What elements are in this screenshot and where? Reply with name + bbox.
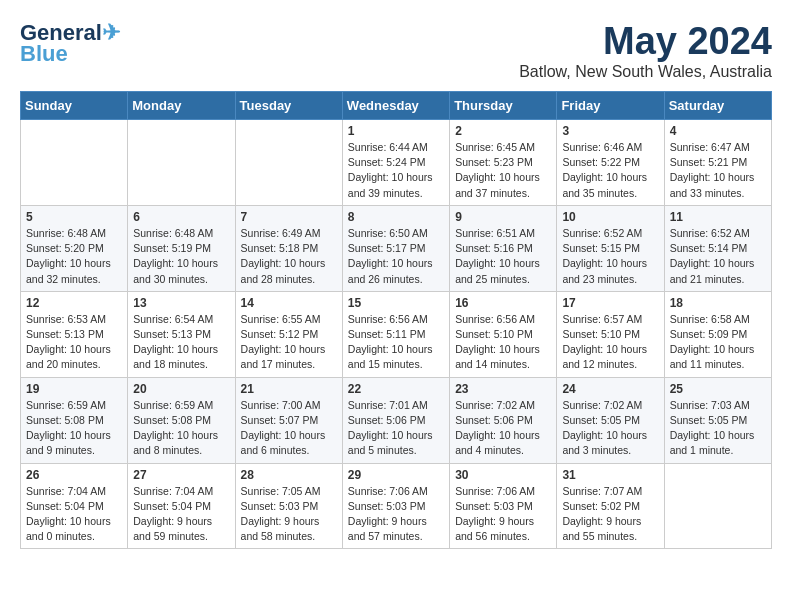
- day-info: Sunrise: 6:47 AM Sunset: 5:21 PM Dayligh…: [670, 140, 766, 201]
- calendar-cell: 17Sunrise: 6:57 AM Sunset: 5:10 PM Dayli…: [557, 291, 664, 377]
- day-info: Sunrise: 6:51 AM Sunset: 5:16 PM Dayligh…: [455, 226, 551, 287]
- location-title: Batlow, New South Wales, Australia: [519, 63, 772, 81]
- day-info: Sunrise: 6:52 AM Sunset: 5:15 PM Dayligh…: [562, 226, 658, 287]
- day-number: 12: [26, 296, 122, 310]
- calendar-cell: 6Sunrise: 6:48 AM Sunset: 5:19 PM Daylig…: [128, 205, 235, 291]
- day-number: 13: [133, 296, 229, 310]
- day-number: 8: [348, 210, 444, 224]
- calendar-cell: 13Sunrise: 6:54 AM Sunset: 5:13 PM Dayli…: [128, 291, 235, 377]
- day-number: 30: [455, 468, 551, 482]
- day-info: Sunrise: 6:57 AM Sunset: 5:10 PM Dayligh…: [562, 312, 658, 373]
- calendar-cell: 24Sunrise: 7:02 AM Sunset: 5:05 PM Dayli…: [557, 377, 664, 463]
- day-info: Sunrise: 6:52 AM Sunset: 5:14 PM Dayligh…: [670, 226, 766, 287]
- calendar-cell: 27Sunrise: 7:04 AM Sunset: 5:04 PM Dayli…: [128, 463, 235, 549]
- calendar-body: 1Sunrise: 6:44 AM Sunset: 5:24 PM Daylig…: [21, 120, 772, 549]
- day-number: 22: [348, 382, 444, 396]
- day-number: 17: [562, 296, 658, 310]
- calendar-cell: 15Sunrise: 6:56 AM Sunset: 5:11 PM Dayli…: [342, 291, 449, 377]
- day-number: 1: [348, 124, 444, 138]
- day-number: 21: [241, 382, 337, 396]
- logo: General✈ Blue: [20, 20, 120, 64]
- day-number: 20: [133, 382, 229, 396]
- weekday-header-cell: Wednesday: [342, 92, 449, 120]
- weekday-header-cell: Saturday: [664, 92, 771, 120]
- day-number: 7: [241, 210, 337, 224]
- day-info: Sunrise: 6:55 AM Sunset: 5:12 PM Dayligh…: [241, 312, 337, 373]
- calendar-cell: 8Sunrise: 6:50 AM Sunset: 5:17 PM Daylig…: [342, 205, 449, 291]
- day-number: 16: [455, 296, 551, 310]
- day-number: 9: [455, 210, 551, 224]
- calendar-cell: 26Sunrise: 7:04 AM Sunset: 5:04 PM Dayli…: [21, 463, 128, 549]
- day-number: 26: [26, 468, 122, 482]
- calendar-week-row: 26Sunrise: 7:04 AM Sunset: 5:04 PM Dayli…: [21, 463, 772, 549]
- day-info: Sunrise: 7:03 AM Sunset: 5:05 PM Dayligh…: [670, 398, 766, 459]
- calendar-cell: 3Sunrise: 6:46 AM Sunset: 5:22 PM Daylig…: [557, 120, 664, 206]
- calendar-cell: 5Sunrise: 6:48 AM Sunset: 5:20 PM Daylig…: [21, 205, 128, 291]
- day-info: Sunrise: 7:02 AM Sunset: 5:05 PM Dayligh…: [562, 398, 658, 459]
- page-header: General✈ Blue May 2024 Batlow, New South…: [20, 20, 772, 81]
- day-number: 27: [133, 468, 229, 482]
- calendar-week-row: 12Sunrise: 6:53 AM Sunset: 5:13 PM Dayli…: [21, 291, 772, 377]
- day-number: 14: [241, 296, 337, 310]
- day-number: 31: [562, 468, 658, 482]
- day-number: 5: [26, 210, 122, 224]
- calendar-cell: 14Sunrise: 6:55 AM Sunset: 5:12 PM Dayli…: [235, 291, 342, 377]
- day-info: Sunrise: 7:00 AM Sunset: 5:07 PM Dayligh…: [241, 398, 337, 459]
- calendar-cell: 22Sunrise: 7:01 AM Sunset: 5:06 PM Dayli…: [342, 377, 449, 463]
- day-info: Sunrise: 7:06 AM Sunset: 5:03 PM Dayligh…: [348, 484, 444, 545]
- day-info: Sunrise: 7:06 AM Sunset: 5:03 PM Dayligh…: [455, 484, 551, 545]
- day-info: Sunrise: 6:45 AM Sunset: 5:23 PM Dayligh…: [455, 140, 551, 201]
- weekday-header-cell: Monday: [128, 92, 235, 120]
- calendar-cell: 7Sunrise: 6:49 AM Sunset: 5:18 PM Daylig…: [235, 205, 342, 291]
- calendar-cell: 19Sunrise: 6:59 AM Sunset: 5:08 PM Dayli…: [21, 377, 128, 463]
- calendar-cell: 28Sunrise: 7:05 AM Sunset: 5:03 PM Dayli…: [235, 463, 342, 549]
- day-info: Sunrise: 6:46 AM Sunset: 5:22 PM Dayligh…: [562, 140, 658, 201]
- day-number: 29: [348, 468, 444, 482]
- day-info: Sunrise: 6:56 AM Sunset: 5:10 PM Dayligh…: [455, 312, 551, 373]
- calendar-cell: [664, 463, 771, 549]
- calendar-cell: 23Sunrise: 7:02 AM Sunset: 5:06 PM Dayli…: [450, 377, 557, 463]
- day-number: 15: [348, 296, 444, 310]
- day-number: 23: [455, 382, 551, 396]
- day-info: Sunrise: 6:48 AM Sunset: 5:20 PM Dayligh…: [26, 226, 122, 287]
- day-info: Sunrise: 6:54 AM Sunset: 5:13 PM Dayligh…: [133, 312, 229, 373]
- day-info: Sunrise: 7:07 AM Sunset: 5:02 PM Dayligh…: [562, 484, 658, 545]
- day-info: Sunrise: 6:59 AM Sunset: 5:08 PM Dayligh…: [26, 398, 122, 459]
- calendar-cell: [235, 120, 342, 206]
- day-number: 28: [241, 468, 337, 482]
- calendar-cell: 16Sunrise: 6:56 AM Sunset: 5:10 PM Dayli…: [450, 291, 557, 377]
- day-info: Sunrise: 7:04 AM Sunset: 5:04 PM Dayligh…: [133, 484, 229, 545]
- weekday-header-cell: Sunday: [21, 92, 128, 120]
- day-info: Sunrise: 6:59 AM Sunset: 5:08 PM Dayligh…: [133, 398, 229, 459]
- day-info: Sunrise: 6:56 AM Sunset: 5:11 PM Dayligh…: [348, 312, 444, 373]
- calendar-cell: 31Sunrise: 7:07 AM Sunset: 5:02 PM Dayli…: [557, 463, 664, 549]
- calendar-cell: 2Sunrise: 6:45 AM Sunset: 5:23 PM Daylig…: [450, 120, 557, 206]
- calendar-cell: [128, 120, 235, 206]
- title-block: May 2024 Batlow, New South Wales, Austra…: [519, 20, 772, 81]
- day-info: Sunrise: 6:58 AM Sunset: 5:09 PM Dayligh…: [670, 312, 766, 373]
- day-number: 4: [670, 124, 766, 138]
- calendar-cell: 29Sunrise: 7:06 AM Sunset: 5:03 PM Dayli…: [342, 463, 449, 549]
- day-info: Sunrise: 7:01 AM Sunset: 5:06 PM Dayligh…: [348, 398, 444, 459]
- calendar-cell: 20Sunrise: 6:59 AM Sunset: 5:08 PM Dayli…: [128, 377, 235, 463]
- calendar-cell: 9Sunrise: 6:51 AM Sunset: 5:16 PM Daylig…: [450, 205, 557, 291]
- calendar-week-row: 19Sunrise: 6:59 AM Sunset: 5:08 PM Dayli…: [21, 377, 772, 463]
- month-title: May 2024: [519, 20, 772, 63]
- calendar-cell: 12Sunrise: 6:53 AM Sunset: 5:13 PM Dayli…: [21, 291, 128, 377]
- weekday-header-cell: Tuesday: [235, 92, 342, 120]
- calendar-cell: 21Sunrise: 7:00 AM Sunset: 5:07 PM Dayli…: [235, 377, 342, 463]
- calendar-cell: [21, 120, 128, 206]
- day-number: 24: [562, 382, 658, 396]
- day-info: Sunrise: 6:53 AM Sunset: 5:13 PM Dayligh…: [26, 312, 122, 373]
- day-number: 2: [455, 124, 551, 138]
- calendar-cell: 1Sunrise: 6:44 AM Sunset: 5:24 PM Daylig…: [342, 120, 449, 206]
- day-number: 11: [670, 210, 766, 224]
- day-info: Sunrise: 6:50 AM Sunset: 5:17 PM Dayligh…: [348, 226, 444, 287]
- day-info: Sunrise: 6:49 AM Sunset: 5:18 PM Dayligh…: [241, 226, 337, 287]
- calendar-cell: 11Sunrise: 6:52 AM Sunset: 5:14 PM Dayli…: [664, 205, 771, 291]
- calendar-cell: 30Sunrise: 7:06 AM Sunset: 5:03 PM Dayli…: [450, 463, 557, 549]
- day-number: 25: [670, 382, 766, 396]
- day-info: Sunrise: 6:44 AM Sunset: 5:24 PM Dayligh…: [348, 140, 444, 201]
- weekday-header-cell: Friday: [557, 92, 664, 120]
- weekday-header-row: SundayMondayTuesdayWednesdayThursdayFrid…: [21, 92, 772, 120]
